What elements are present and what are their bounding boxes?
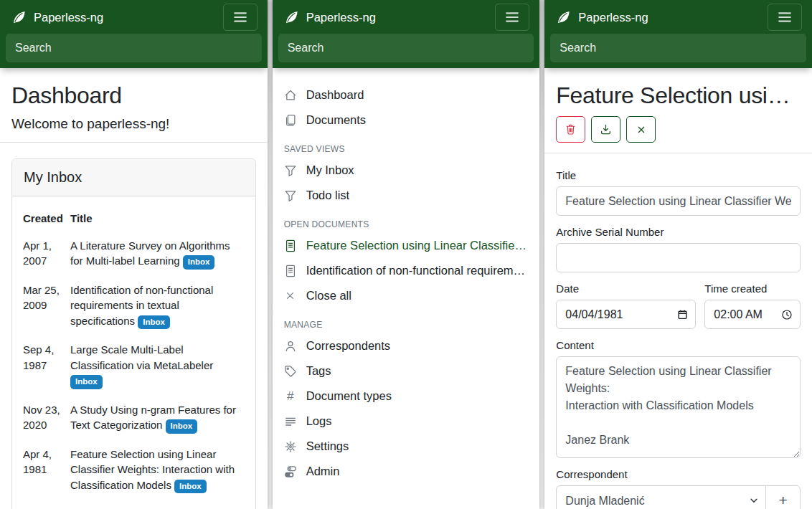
navbar: Paperless-ng (544, 0, 812, 68)
inbox-tag-badge[interactable]: Inbox (70, 375, 103, 389)
sidebar-item-label: Todo list (306, 189, 350, 202)
filter-funnel-icon (284, 189, 297, 202)
app-windows: Paperless-ng Dashboard Welcome to paperl… (0, 0, 812, 509)
expanded-nav-menu: Dashboard Documents SAVED VIEWS My Inbox (273, 68, 540, 498)
menu-toggle-button[interactable] (768, 4, 802, 31)
open-document-label: Feature Selection using Linear Classifie… (306, 239, 529, 252)
correspondent-field-label: Correspondent (556, 468, 801, 480)
table-row[interactable]: Mar 25, 2009 Identification of non-funct… (23, 276, 245, 336)
download-icon (600, 123, 612, 135)
content-field[interactable]: Feature Selection using Linear Classifie… (556, 356, 801, 458)
sidebar-item-label: Correspondents (306, 339, 390, 353)
time-field-label: Time created (704, 282, 801, 295)
sidebar-item-settings[interactable]: Settings (284, 434, 529, 459)
date-field-label: Date (556, 282, 696, 295)
sidebar-item-correspondents[interactable]: Correspondents (284, 333, 529, 358)
table-row[interactable]: Nov 1, 2016 Support Vector Machines for … (23, 500, 245, 509)
menu-toggle-button[interactable] (223, 4, 258, 31)
delete-button[interactable] (556, 116, 585, 143)
open-document-label: Identification of non-functional require… (306, 264, 529, 277)
sidebar-item-label: Settings (306, 439, 349, 453)
date-field[interactable] (556, 300, 696, 329)
sidebar-item-label: Tags (306, 364, 331, 378)
hamburger-icon (231, 9, 250, 26)
hash-icon: # (284, 390, 297, 403)
search-input[interactable] (550, 34, 806, 62)
search-input[interactable] (6, 34, 262, 62)
sidebar-item-logs[interactable]: Logs (284, 409, 529, 434)
inbox-tag-badge[interactable]: Inbox (174, 480, 207, 494)
doc-created-date: Apr 1, 2007 (23, 232, 70, 276)
column-header-created: Created (23, 208, 70, 232)
card-title: My Inbox (12, 159, 255, 196)
sidebar-item-label: Logs (306, 414, 332, 428)
table-row[interactable]: Sep 4, 1987 Large Scale Multi-Label Clas… (23, 336, 245, 395)
open-document-item-active[interactable]: Feature Selection using Linear Classifie… (284, 233, 529, 258)
section-header-saved-views: SAVED VIEWS (284, 144, 529, 154)
document-actions (556, 116, 801, 143)
table-row[interactable]: Apr 1, 2007 A Literature Survey on Algor… (23, 232, 245, 276)
add-correspondent-button[interactable]: + (765, 485, 801, 509)
filter-funnel-icon (284, 164, 297, 177)
sidebar-item-documents[interactable]: Documents (284, 108, 529, 133)
search-input[interactable] (278, 34, 534, 62)
sidebar-item-label: Dashboard (306, 88, 364, 102)
sidebar-item-my-inbox[interactable]: My Inbox (284, 158, 529, 183)
doc-created-date: Apr 4, 1981 (23, 440, 70, 500)
tag-icon (284, 365, 297, 378)
leaf-logo-icon (284, 10, 299, 25)
inbox-table: Created Title Apr 1, 2007 A Literature S… (23, 208, 245, 509)
open-document-item[interactable]: Identification of non-functional require… (284, 258, 529, 283)
page-title: Dashboard (11, 82, 256, 109)
sidebar-item-dashboard[interactable]: Dashboard (284, 82, 529, 108)
inbox-tag-badge[interactable]: Inbox (183, 255, 215, 270)
app-brand[interactable]: Paperless-ng (284, 10, 376, 25)
sidebar-item-document-types[interactable]: # Document types (284, 384, 529, 409)
title-field[interactable] (556, 186, 801, 216)
leaf-logo-icon (556, 10, 571, 25)
file-text-icon (284, 265, 297, 277)
sidebar-item-label: Admin (306, 465, 340, 478)
inbox-tag-badge[interactable]: Inbox (138, 315, 170, 330)
section-header-manage: MANAGE (284, 320, 529, 330)
window-document-edit: Paperless-ng Feature Selection using Lin… (544, 0, 812, 509)
correspondent-select[interactable]: Dunja Mladenić (556, 485, 766, 509)
home-icon (284, 89, 297, 102)
doc-title: Large Scale Multi-Label Classification v… (70, 343, 213, 371)
app-brand[interactable]: Paperless-ng (556, 10, 648, 25)
close-document-button[interactable] (626, 116, 656, 143)
time-field[interactable] (704, 300, 801, 329)
asn-field[interactable] (556, 243, 801, 272)
table-row[interactable]: Apr 4, 1981 Feature Selection using Line… (23, 440, 245, 500)
app-brand[interactable]: Paperless-ng (11, 10, 103, 25)
column-header-title: Title (70, 208, 245, 232)
content-field-label: Content (556, 339, 801, 351)
x-icon (284, 290, 297, 303)
table-row[interactable]: Nov 23, 2020 A Study Using n-gram Featur… (23, 396, 245, 440)
doc-created-date: Nov 1, 2016 (23, 500, 70, 509)
sidebar-item-admin[interactable]: Admin (284, 459, 529, 484)
download-button[interactable] (591, 116, 620, 143)
hamburger-icon (775, 9, 794, 26)
doc-created-date: Sep 4, 1987 (23, 336, 70, 395)
sidebar-item-todo-list[interactable]: Todo list (284, 183, 529, 208)
close-all-button[interactable]: Close all (284, 283, 529, 308)
window-menu: Paperless-ng Dashboard (273, 0, 540, 509)
toggles-icon (284, 465, 297, 478)
inbox-tag-badge[interactable]: Inbox (166, 419, 198, 434)
divider (0, 142, 268, 143)
sidebar-item-label: Documents (306, 113, 366, 127)
plus-icon: + (778, 492, 787, 509)
close-all-label: Close all (306, 289, 351, 303)
trash-icon (565, 123, 577, 135)
brand-name: Paperless-ng (306, 11, 376, 24)
brand-name: Paperless-ng (578, 11, 648, 24)
doc-created-date: Mar 25, 2009 (23, 276, 70, 336)
my-inbox-card: My Inbox Created Title (11, 158, 256, 509)
sidebar-item-tags[interactable]: Tags (284, 358, 529, 384)
doc-title: Feature Selection using Linear Classifie… (70, 448, 235, 491)
divider (544, 153, 812, 153)
navbar: Paperless-ng (273, 0, 540, 68)
menu-toggle-button[interactable] (495, 4, 529, 31)
section-header-open-documents: OPEN DOCUMENTS (284, 219, 529, 229)
